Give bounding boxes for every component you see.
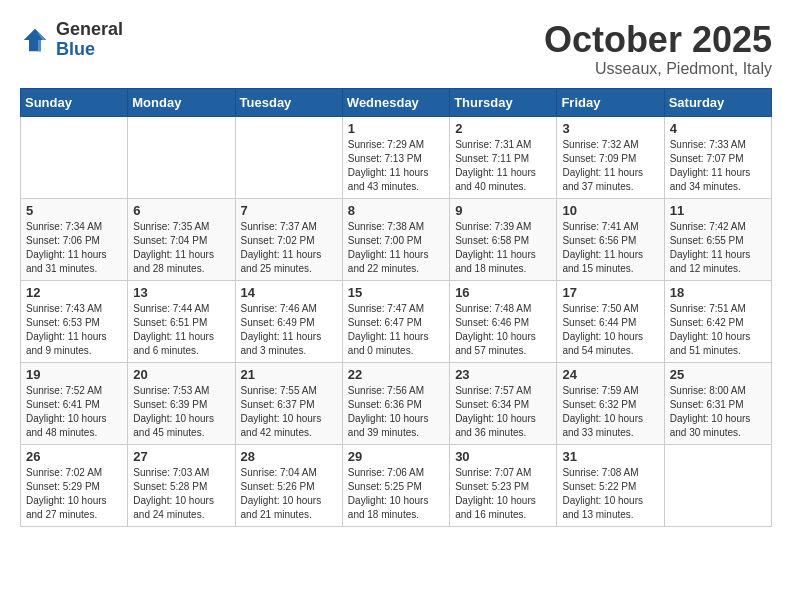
day-info: Sunrise: 7:59 AM Sunset: 6:32 PM Dayligh… [562,384,658,440]
location: Usseaux, Piedmont, Italy [544,60,772,78]
day-number: 24 [562,367,658,382]
calendar-cell: 24Sunrise: 7:59 AM Sunset: 6:32 PM Dayli… [557,362,664,444]
calendar-week-4: 19Sunrise: 7:52 AM Sunset: 6:41 PM Dayli… [21,362,772,444]
calendar-cell: 4Sunrise: 7:33 AM Sunset: 7:07 PM Daylig… [664,116,771,198]
calendar-cell: 5Sunrise: 7:34 AM Sunset: 7:06 PM Daylig… [21,198,128,280]
page-header: General Blue October 2025 Usseaux, Piedm… [20,20,772,78]
day-info: Sunrise: 7:53 AM Sunset: 6:39 PM Dayligh… [133,384,229,440]
calendar-cell: 6Sunrise: 7:35 AM Sunset: 7:04 PM Daylig… [128,198,235,280]
calendar-cell: 10Sunrise: 7:41 AM Sunset: 6:56 PM Dayli… [557,198,664,280]
day-info: Sunrise: 7:04 AM Sunset: 5:26 PM Dayligh… [241,466,337,522]
calendar-cell: 28Sunrise: 7:04 AM Sunset: 5:26 PM Dayli… [235,444,342,526]
calendar-week-3: 12Sunrise: 7:43 AM Sunset: 6:53 PM Dayli… [21,280,772,362]
calendar-cell [21,116,128,198]
calendar-cell: 17Sunrise: 7:50 AM Sunset: 6:44 PM Dayli… [557,280,664,362]
day-number: 8 [348,203,444,218]
calendar-cell: 18Sunrise: 7:51 AM Sunset: 6:42 PM Dayli… [664,280,771,362]
day-number: 20 [133,367,229,382]
day-info: Sunrise: 7:29 AM Sunset: 7:13 PM Dayligh… [348,138,444,194]
day-number: 10 [562,203,658,218]
day-info: Sunrise: 7:02 AM Sunset: 5:29 PM Dayligh… [26,466,122,522]
calendar-cell: 30Sunrise: 7:07 AM Sunset: 5:23 PM Dayli… [450,444,557,526]
day-number: 14 [241,285,337,300]
calendar-cell: 9Sunrise: 7:39 AM Sunset: 6:58 PM Daylig… [450,198,557,280]
day-number: 13 [133,285,229,300]
calendar-table: SundayMondayTuesdayWednesdayThursdayFrid… [20,88,772,527]
day-info: Sunrise: 7:06 AM Sunset: 5:25 PM Dayligh… [348,466,444,522]
day-info: Sunrise: 7:57 AM Sunset: 6:34 PM Dayligh… [455,384,551,440]
day-info: Sunrise: 7:44 AM Sunset: 6:51 PM Dayligh… [133,302,229,358]
weekday-header-saturday: Saturday [664,88,771,116]
day-info: Sunrise: 7:43 AM Sunset: 6:53 PM Dayligh… [26,302,122,358]
day-number: 3 [562,121,658,136]
day-info: Sunrise: 7:33 AM Sunset: 7:07 PM Dayligh… [670,138,766,194]
day-info: Sunrise: 7:38 AM Sunset: 7:00 PM Dayligh… [348,220,444,276]
day-info: Sunrise: 7:35 AM Sunset: 7:04 PM Dayligh… [133,220,229,276]
calendar-cell: 11Sunrise: 7:42 AM Sunset: 6:55 PM Dayli… [664,198,771,280]
calendar-cell: 27Sunrise: 7:03 AM Sunset: 5:28 PM Dayli… [128,444,235,526]
calendar-cell: 14Sunrise: 7:46 AM Sunset: 6:49 PM Dayli… [235,280,342,362]
day-info: Sunrise: 7:41 AM Sunset: 6:56 PM Dayligh… [562,220,658,276]
calendar-cell: 3Sunrise: 7:32 AM Sunset: 7:09 PM Daylig… [557,116,664,198]
day-info: Sunrise: 7:39 AM Sunset: 6:58 PM Dayligh… [455,220,551,276]
day-number: 22 [348,367,444,382]
day-number: 19 [26,367,122,382]
day-number: 1 [348,121,444,136]
day-info: Sunrise: 7:46 AM Sunset: 6:49 PM Dayligh… [241,302,337,358]
day-info: Sunrise: 7:42 AM Sunset: 6:55 PM Dayligh… [670,220,766,276]
day-info: Sunrise: 7:55 AM Sunset: 6:37 PM Dayligh… [241,384,337,440]
day-number: 18 [670,285,766,300]
calendar-cell: 29Sunrise: 7:06 AM Sunset: 5:25 PM Dayli… [342,444,449,526]
day-info: Sunrise: 7:07 AM Sunset: 5:23 PM Dayligh… [455,466,551,522]
calendar-cell [235,116,342,198]
day-number: 16 [455,285,551,300]
calendar-cell: 20Sunrise: 7:53 AM Sunset: 6:39 PM Dayli… [128,362,235,444]
day-number: 30 [455,449,551,464]
calendar-cell: 13Sunrise: 7:44 AM Sunset: 6:51 PM Dayli… [128,280,235,362]
day-info: Sunrise: 7:56 AM Sunset: 6:36 PM Dayligh… [348,384,444,440]
day-info: Sunrise: 7:48 AM Sunset: 6:46 PM Dayligh… [455,302,551,358]
day-number: 31 [562,449,658,464]
calendar-week-2: 5Sunrise: 7:34 AM Sunset: 7:06 PM Daylig… [21,198,772,280]
day-info: Sunrise: 8:00 AM Sunset: 6:31 PM Dayligh… [670,384,766,440]
day-info: Sunrise: 7:31 AM Sunset: 7:11 PM Dayligh… [455,138,551,194]
calendar-cell: 12Sunrise: 7:43 AM Sunset: 6:53 PM Dayli… [21,280,128,362]
day-info: Sunrise: 7:51 AM Sunset: 6:42 PM Dayligh… [670,302,766,358]
logo-general: General [56,20,123,40]
day-info: Sunrise: 7:37 AM Sunset: 7:02 PM Dayligh… [241,220,337,276]
day-number: 28 [241,449,337,464]
logo-icon [20,25,50,55]
day-number: 23 [455,367,551,382]
title-block: October 2025 Usseaux, Piedmont, Italy [544,20,772,78]
calendar-cell: 19Sunrise: 7:52 AM Sunset: 6:41 PM Dayli… [21,362,128,444]
day-info: Sunrise: 7:52 AM Sunset: 6:41 PM Dayligh… [26,384,122,440]
weekday-header-friday: Friday [557,88,664,116]
day-number: 7 [241,203,337,218]
day-info: Sunrise: 7:34 AM Sunset: 7:06 PM Dayligh… [26,220,122,276]
day-info: Sunrise: 7:50 AM Sunset: 6:44 PM Dayligh… [562,302,658,358]
calendar-cell [128,116,235,198]
weekday-header-sunday: Sunday [21,88,128,116]
calendar-cell: 23Sunrise: 7:57 AM Sunset: 6:34 PM Dayli… [450,362,557,444]
day-number: 6 [133,203,229,218]
calendar-cell: 31Sunrise: 7:08 AM Sunset: 5:22 PM Dayli… [557,444,664,526]
day-number: 17 [562,285,658,300]
calendar-cell [664,444,771,526]
calendar-cell: 16Sunrise: 7:48 AM Sunset: 6:46 PM Dayli… [450,280,557,362]
calendar-cell: 1Sunrise: 7:29 AM Sunset: 7:13 PM Daylig… [342,116,449,198]
weekday-header-thursday: Thursday [450,88,557,116]
logo: General Blue [20,20,123,60]
day-number: 27 [133,449,229,464]
calendar-cell: 26Sunrise: 7:02 AM Sunset: 5:29 PM Dayli… [21,444,128,526]
day-number: 26 [26,449,122,464]
day-number: 4 [670,121,766,136]
day-info: Sunrise: 7:47 AM Sunset: 6:47 PM Dayligh… [348,302,444,358]
calendar-week-1: 1Sunrise: 7:29 AM Sunset: 7:13 PM Daylig… [21,116,772,198]
calendar-cell: 25Sunrise: 8:00 AM Sunset: 6:31 PM Dayli… [664,362,771,444]
day-info: Sunrise: 7:32 AM Sunset: 7:09 PM Dayligh… [562,138,658,194]
calendar-cell: 2Sunrise: 7:31 AM Sunset: 7:11 PM Daylig… [450,116,557,198]
day-info: Sunrise: 7:03 AM Sunset: 5:28 PM Dayligh… [133,466,229,522]
day-number: 25 [670,367,766,382]
calendar-week-5: 26Sunrise: 7:02 AM Sunset: 5:29 PM Dayli… [21,444,772,526]
logo-blue: Blue [56,40,123,60]
